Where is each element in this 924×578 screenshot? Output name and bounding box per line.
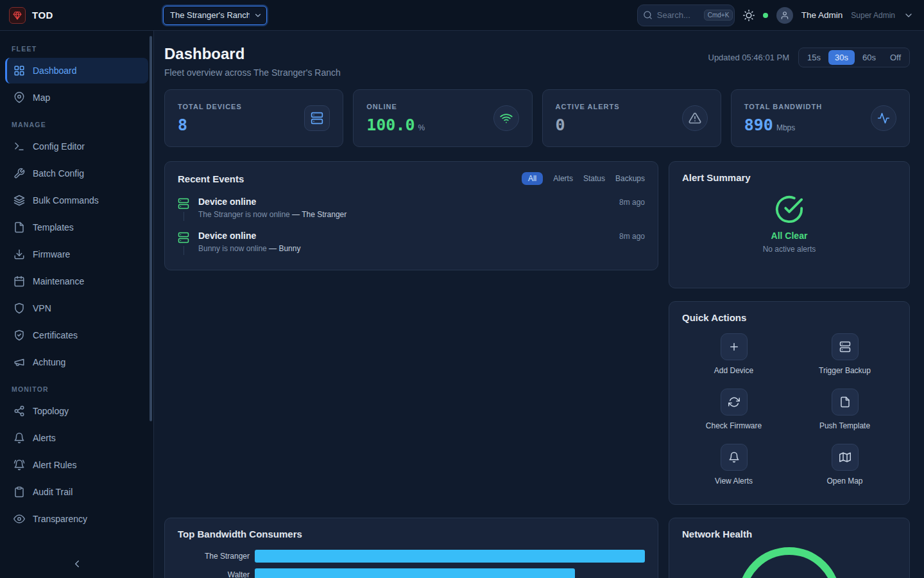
- quick-action-add-device[interactable]: Add Device: [682, 333, 785, 375]
- refresh-option-60s[interactable]: 60s: [856, 50, 882, 65]
- sidebar-item-batch-config[interactable]: Batch Config: [5, 161, 148, 186]
- refresh-option-15s[interactable]: 15s: [801, 50, 827, 65]
- sidebar-item-label: Certificates: [33, 330, 78, 340]
- bandwidth-title: Top Bandwidth Consumers: [178, 529, 645, 539]
- sidebar-item-achtung[interactable]: Achtung: [5, 349, 148, 375]
- stat-label: ACTIVE ALERTS: [556, 103, 620, 110]
- bell-icon: [13, 432, 25, 444]
- sidebar-item-label: VPN: [33, 303, 51, 313]
- map-pin-icon: [13, 92, 25, 103]
- refresh-icon[interactable]: [721, 389, 748, 416]
- refresh-option-off[interactable]: Off: [884, 50, 907, 65]
- sidebar-item-label: Bulk Commands: [33, 195, 99, 206]
- stat-card-total-devices: TOTAL DEVICES8: [164, 89, 343, 147]
- map-icon[interactable]: [832, 444, 859, 471]
- wrench-icon: [13, 168, 25, 179]
- quick-action-trigger-backup[interactable]: Trigger Backup: [793, 333, 896, 375]
- event-filter-status[interactable]: Status: [583, 172, 605, 185]
- page-header: Dashboard Fleet overview across The Stra…: [164, 45, 910, 78]
- recent-events-card: Recent Events AllAlertsStatusBackups Dev…: [164, 161, 658, 270]
- user-menu-chevron[interactable]: [903, 10, 914, 21]
- bell-ring-icon: [13, 459, 25, 471]
- sidebar-collapse-button[interactable]: [71, 558, 83, 570]
- bandwidth-bar-track: [255, 550, 645, 563]
- wrench-icon: [13, 168, 25, 179]
- network-health-gauge: [738, 547, 841, 578]
- server-icon: [178, 197, 191, 219]
- refresh-interval-control: 15s30s60sOff: [798, 48, 910, 67]
- bandwidth-row-the-stranger: The Stranger: [178, 550, 645, 563]
- quick-actions-card: Quick Actions Add DeviceTrigger BackupCh…: [669, 301, 910, 505]
- server-icon[interactable]: [832, 333, 859, 360]
- search-box[interactable]: Cmd+K: [637, 4, 735, 26]
- quick-action-push-template[interactable]: Push Template: [793, 389, 896, 430]
- sidebar-item-label: Audit Trail: [33, 487, 73, 497]
- event-time: 8m ago: [619, 232, 645, 241]
- app-logo: [9, 7, 26, 24]
- sidebar-item-certificates[interactable]: Certificates: [5, 322, 148, 348]
- sidebar-item-label: Achtung: [33, 357, 65, 367]
- event-filter-all[interactable]: All: [522, 172, 543, 185]
- right-column: Alert Summary All Clear No active alerts…: [669, 161, 910, 505]
- network-health-title: Network Health: [682, 529, 896, 539]
- alert-summary-card: Alert Summary All Clear No active alerts: [669, 161, 910, 288]
- bandwidth-card: Top Bandwidth Consumers The StrangerWalt…: [164, 518, 658, 578]
- plus-icon[interactable]: [721, 333, 748, 360]
- sidebar-footer: [0, 550, 153, 578]
- gem-icon: [13, 11, 22, 20]
- sidebar: FLEETDashboardMapMANAGEConfig EditorBatc…: [0, 31, 154, 578]
- event-filter-backups[interactable]: Backups: [615, 172, 645, 185]
- sun-icon: [743, 10, 755, 21]
- quick-action-open-map[interactable]: Open Map: [793, 444, 896, 486]
- calendar-icon: [13, 276, 25, 287]
- sidebar-item-dashboard[interactable]: Dashboard: [5, 58, 148, 83]
- quick-action-view-alerts[interactable]: View Alerts: [682, 444, 785, 486]
- sidebar-item-topology[interactable]: Topology: [5, 398, 148, 424]
- sidebar-item-maintenance[interactable]: Maintenance: [5, 268, 148, 294]
- bell-ring-icon: [13, 459, 25, 471]
- sidebar-item-alert-rules[interactable]: Alert Rules: [5, 452, 148, 478]
- sidebar-scrollbar[interactable]: [150, 36, 152, 421]
- sidebar-item-label: Transparency: [33, 514, 87, 524]
- quick-action-check-firmware[interactable]: Check Firmware: [682, 389, 785, 430]
- refresh-option-30s[interactable]: 30s: [828, 50, 855, 65]
- topbar: TOD The Stranger's Ranch Cmd+K The Admin…: [0, 0, 924, 31]
- bandwidth-bar-track: [255, 568, 645, 578]
- sidebar-item-map[interactable]: Map: [5, 85, 148, 110]
- download-icon: [13, 249, 25, 260]
- sidebar-item-label: Maintenance: [33, 276, 84, 286]
- bandwidth-chart: The StrangerWalter: [178, 550, 645, 578]
- sidebar-item-bulk-commands[interactable]: Bulk Commands: [5, 188, 148, 213]
- sidebar-section-label-monitor: MONITOR: [0, 376, 153, 397]
- activity-icon: [877, 112, 890, 125]
- dashboard-icon: [13, 65, 25, 76]
- wifi-icon: [493, 105, 519, 131]
- sidebar-item-label: Dashboard: [33, 66, 77, 76]
- event-filter-alerts[interactable]: Alerts: [553, 172, 573, 185]
- sidebar-item-firmware[interactable]: Firmware: [5, 241, 148, 267]
- alert-triangle-icon: [689, 112, 701, 125]
- sidebar-item-label: Firmware: [33, 249, 70, 259]
- sidebar-item-label: Alert Rules: [33, 460, 76, 470]
- avatar[interactable]: [776, 7, 793, 24]
- sidebar-item-config-editor[interactable]: Config Editor: [5, 134, 148, 159]
- shield-icon: [13, 302, 25, 314]
- sidebar-item-label: Alerts: [33, 433, 56, 443]
- sidebar-item-templates[interactable]: Templates: [5, 215, 148, 240]
- event-row[interactable]: Device online8m agoThe Stranger is now o…: [178, 193, 645, 227]
- search-icon: [643, 10, 653, 20]
- event-row[interactable]: Device online8m agoBunny is now online —…: [178, 227, 645, 261]
- site-select[interactable]: The Stranger's Ranch: [163, 6, 267, 25]
- sidebar-item-alerts[interactable]: Alerts: [5, 425, 148, 451]
- theme-toggle-button[interactable]: [743, 10, 755, 21]
- sidebar-item-label: Templates: [33, 222, 74, 232]
- search-input[interactable]: [657, 10, 699, 20]
- sidebar-item-vpn[interactable]: VPN: [5, 295, 148, 321]
- sidebar-item-transparency[interactable]: Transparency: [5, 506, 148, 532]
- file-icon[interactable]: [832, 389, 859, 416]
- quick-actions-title: Quick Actions: [682, 312, 896, 323]
- site-selector[interactable]: The Stranger's Ranch: [163, 6, 267, 25]
- sidebar-item-audit-trail[interactable]: Audit Trail: [5, 479, 148, 505]
- sidebar-section-label-manage: MANAGE: [0, 112, 153, 132]
- bell-icon[interactable]: [721, 444, 748, 471]
